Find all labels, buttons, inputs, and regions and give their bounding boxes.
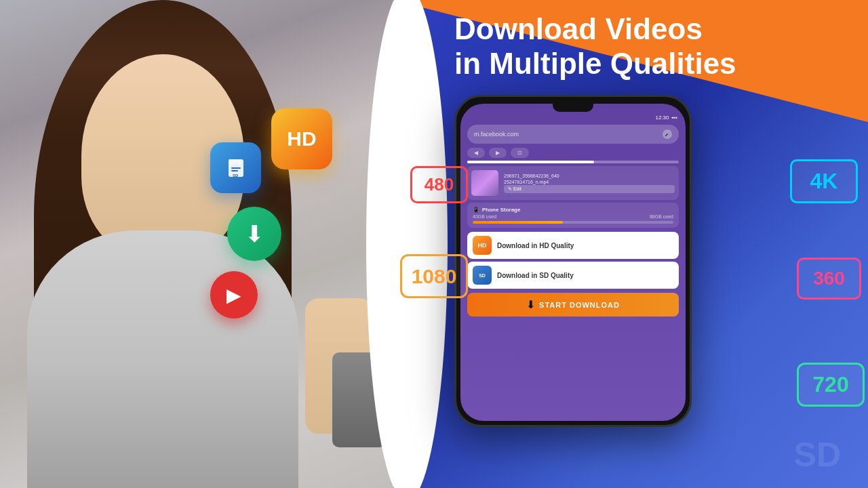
storage-bar — [473, 221, 673, 224]
svg-rect-4 — [233, 159, 235, 164]
sd-quality-icon: SD — [473, 266, 492, 285]
hd-floating-icon: HD — [271, 108, 332, 169]
url-text: m.facebook.com — [474, 131, 658, 138]
video-info: 296971_3598642236_640 25247814716_n.mp4 … — [504, 173, 675, 193]
badge-480: 480 — [410, 166, 468, 203]
hd-quality-icon: HD — [473, 236, 492, 255]
storage-section: 📱 Phone Storage 40GB used 88GB used — [467, 203, 679, 228]
phone-screen: 12:30 ▪▪▪ m.facebook.com 🎤 ◀ ▶ ⊡ — [460, 104, 686, 421]
play-triangle-icon: ▶ — [226, 284, 241, 306]
tab-2: ▶ — [489, 148, 507, 158]
svg-rect-3 — [229, 159, 232, 165]
video-filename-line2: 25247814716_n.mp4 — [504, 179, 675, 185]
phone-notch — [553, 104, 593, 112]
tab-1: ◀ — [467, 148, 485, 158]
title-line2: in Multiple Qualities — [454, 47, 736, 81]
start-download-label: START DOWNLOAD — [539, 301, 620, 309]
storage-used: 40GB used 88GB used — [473, 214, 673, 219]
download-icon: ⬇ — [526, 298, 535, 311]
phone-url-bar: m.facebook.com 🎤 — [467, 125, 679, 144]
title-line1: Download Videos — [454, 12, 736, 47]
phone-status-bar: 12:30 ▪▪▪ — [460, 112, 686, 121]
sd-quality-option[interactable]: SD Download in SD Quality — [467, 262, 679, 289]
edit-label: ✎ Edit — [508, 186, 521, 192]
floating-icons-container: HD SD ⬇ ▶ — [190, 88, 393, 359]
svg-rect-6 — [238, 159, 241, 165]
sd-floating-icon: SD — [210, 142, 261, 193]
start-download-button[interactable]: ⬇ START DOWNLOAD — [467, 293, 679, 317]
sd-quality-label: Download in SD Quality — [497, 272, 574, 279]
right-panel: Download Videos in Multiple Qualities 12… — [393, 0, 868, 488]
video-thumbnail — [471, 170, 498, 196]
badge-360: 360 — [797, 258, 861, 300]
video-thumb-inner — [471, 170, 498, 196]
hd-quality-option[interactable]: HD Download in HD Quality — [467, 232, 679, 259]
video-filename-line1: 296971_3598642236_640 — [504, 173, 675, 179]
svg-rect-8 — [231, 170, 238, 171]
hd-quality-label: Download in HD Quality — [497, 242, 574, 249]
tab-3: ⊡ — [511, 148, 529, 158]
download-arrow-icon: ⬇ — [245, 220, 264, 247]
play-floating-icon: ▶ — [210, 271, 258, 319]
phone-mockup: 12:30 ▪▪▪ m.facebook.com 🎤 ◀ ▶ ⊡ — [454, 95, 692, 427]
badge-1080: 1080 — [400, 254, 468, 298]
video-progress-bar — [467, 161, 679, 163]
badge-4k: 4K — [790, 159, 858, 203]
phone-tabs: ◀ ▶ ⊡ — [460, 148, 686, 158]
svg-text:SD: SD — [233, 174, 239, 178]
badge-720: 720 — [797, 363, 865, 407]
main-title: Download Videos in Multiple Qualities — [454, 12, 736, 81]
battery-icon: ▪▪▪ — [671, 115, 677, 121]
phone-icon: 📱 — [473, 207, 479, 213]
person-phone — [332, 352, 387, 447]
svg-rect-7 — [231, 167, 241, 169]
quality-options: HD Download in HD Quality SD Download in… — [467, 232, 679, 289]
status-time: 12:30 — [655, 115, 669, 121]
download-floating-icon: ⬇ — [227, 207, 281, 261]
storage-label: 📱 Phone Storage — [473, 207, 673, 213]
svg-rect-5 — [235, 159, 237, 163]
mic-icon: 🎤 — [663, 129, 672, 139]
sd-card-svg: SD — [226, 158, 246, 178]
phone-video-preview: 296971_3598642236_640 25247814716_n.mp4 … — [467, 166, 679, 200]
storage-fill — [473, 221, 563, 224]
edit-button[interactable]: ✎ Edit — [504, 185, 675, 193]
